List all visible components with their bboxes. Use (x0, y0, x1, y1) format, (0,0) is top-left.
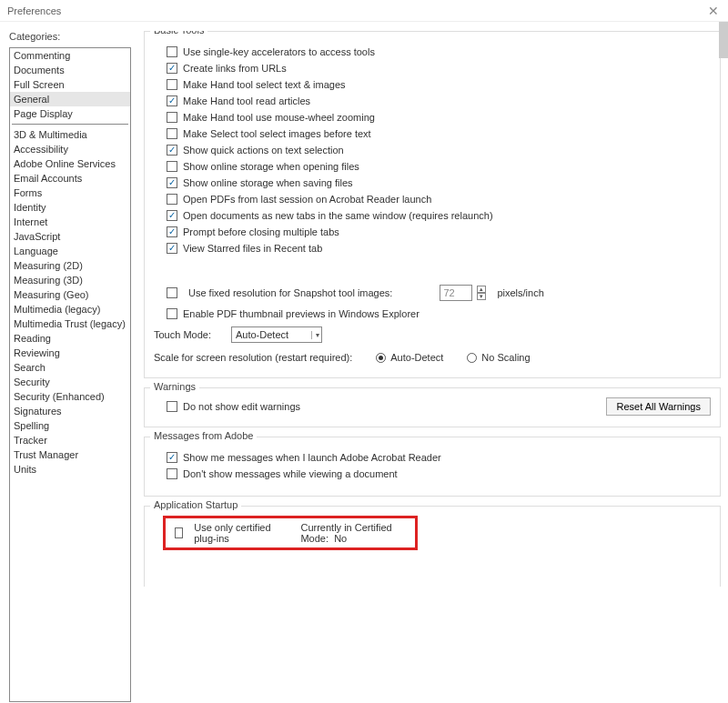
category-item[interactable]: Language (10, 244, 130, 258)
category-item[interactable]: Multimedia (legacy) (10, 302, 130, 316)
category-item[interactable]: Multimedia Trust (legacy) (10, 316, 130, 331)
chevron-down-icon: ▾ (311, 331, 319, 339)
category-item[interactable]: Units (10, 462, 130, 477)
titlebar: Preferences ✕ (0, 0, 728, 22)
category-item[interactable]: General (10, 92, 130, 106)
checkbox[interactable] (167, 128, 177, 139)
category-item[interactable]: Documents (10, 63, 130, 77)
category-item[interactable]: Forms (10, 186, 130, 200)
touch-mode-select[interactable]: Auto-Detect ▾ (231, 326, 322, 343)
category-item[interactable]: Commenting (10, 48, 130, 63)
category-item[interactable]: Full Screen (10, 77, 130, 92)
category-item[interactable]: Tracker (10, 433, 130, 447)
checkbox-label: Use single-key accelerators to access to… (183, 46, 375, 57)
close-icon[interactable]: ✕ (704, 4, 723, 18)
category-item[interactable]: Reviewing (10, 346, 130, 360)
categories-list[interactable]: CommentingDocumentsFull ScreenGeneralPag… (9, 47, 131, 702)
checkbox-row: Open documents as new tabs in the same w… (167, 210, 711, 221)
checkbox-row: View Starred files in Recent tab (167, 243, 711, 254)
checkbox-label: Show me messages when I launch Adobe Acr… (183, 452, 441, 463)
category-item[interactable]: Security (Enhanced) (10, 389, 130, 404)
thumbnail-checkbox[interactable] (167, 308, 177, 319)
checkbox-label: Make Hand tool select text & images (183, 79, 346, 90)
checkbox[interactable] (167, 243, 177, 254)
category-item[interactable]: Security (10, 375, 130, 389)
checkbox-row: Open PDFs from last session on Acrobat R… (167, 194, 711, 205)
category-item[interactable]: Email Accounts (10, 171, 130, 186)
category-item[interactable]: JavaScript (10, 229, 130, 244)
category-item[interactable]: Measuring (3D) (10, 273, 130, 287)
checkbox-row: Make Select tool select images before te… (167, 128, 711, 139)
checkbox[interactable] (167, 194, 177, 205)
scale-radio-auto[interactable]: Auto-Detect (376, 352, 443, 363)
checkbox-row: Show me messages when I launch Adobe Acr… (167, 452, 711, 463)
scale-radio-noscaling[interactable]: No Scaling (467, 352, 530, 363)
checkbox-label: Prompt before closing multiple tabs (183, 226, 339, 237)
snapshot-checkbox[interactable] (167, 287, 177, 298)
checkbox-row: Show online storage when opening files (167, 161, 711, 172)
checkbox-label: Show quick actions on text selection (183, 145, 344, 156)
category-item[interactable]: Signatures (10, 404, 130, 418)
checkbox[interactable] (167, 112, 177, 123)
checkbox[interactable] (167, 46, 177, 57)
checkbox-label: Open documents as new tabs in the same w… (183, 210, 493, 221)
checkbox[interactable] (167, 177, 177, 188)
checkbox-label: Don't show messages while viewing a docu… (183, 468, 398, 479)
scale-opt1-label: Auto-Detect (390, 352, 443, 363)
category-item[interactable]: Measuring (2D) (10, 258, 130, 273)
checkbox[interactable] (167, 79, 177, 90)
category-item[interactable]: Adobe Online Services (10, 156, 130, 171)
scale-opt2-label: No Scaling (481, 352, 530, 363)
touch-mode-row: Touch Mode: Auto-Detect ▾ (154, 326, 711, 343)
checkbox[interactable] (167, 95, 177, 106)
touch-mode-value: Auto-Detect (236, 329, 288, 340)
category-item[interactable]: Measuring (Geo) (10, 287, 130, 302)
category-item[interactable]: Page Display (10, 106, 130, 121)
category-item[interactable]: 3D & Multimedia (10, 127, 130, 142)
snapshot-row: Use fixed resolution for Snapshot tool i… (167, 285, 711, 301)
category-item[interactable]: Spelling (10, 418, 130, 433)
touch-mode-label: Touch Mode: (154, 329, 211, 340)
checkbox[interactable] (167, 210, 177, 221)
scale-row: Scale for screen resolution (restart req… (154, 352, 711, 363)
checkbox-label: View Starred files in Recent tab (183, 243, 322, 254)
checkbox-row: Make Hand tool read articles (167, 95, 711, 106)
checkbox-row: Show online storage when saving files (167, 177, 711, 188)
radio-dot-icon (467, 353, 477, 363)
checkbox[interactable] (167, 452, 177, 463)
checkbox[interactable] (167, 161, 177, 172)
section-basic-tools: Basic Tools Use single-key accelerators … (144, 31, 721, 378)
section-messages: Messages from Adobe Show me messages whe… (144, 437, 721, 497)
thumbnail-row: Enable PDF thumbnail previews in Windows… (167, 308, 711, 319)
section-title: Basic Tools (150, 31, 207, 35)
certified-plugins-checkbox[interactable] (175, 527, 183, 538)
checkbox-row: Show quick actions on text selection (167, 145, 711, 156)
snapshot-resolution-input[interactable] (440, 285, 472, 301)
checkbox-row: Don't show messages while viewing a docu… (167, 468, 711, 479)
checkbox[interactable] (167, 468, 177, 479)
checkbox[interactable] (167, 226, 177, 237)
section-startup: Application Startup Use only certified p… (144, 506, 721, 587)
checkbox[interactable] (167, 145, 177, 156)
checkbox-label: Make Hand tool use mouse-wheel zooming (183, 112, 375, 123)
window-title: Preferences (7, 5, 61, 16)
scrollbar[interactable] (719, 22, 728, 58)
checkbox-row: Use single-key accelerators to access to… (167, 46, 711, 57)
category-item[interactable]: Accessibility (10, 142, 130, 156)
category-item[interactable]: Trust Manager (10, 447, 130, 462)
checkbox[interactable] (167, 63, 177, 74)
categories-label: Categories: (9, 31, 131, 42)
category-item[interactable]: Identity (10, 200, 130, 215)
category-item[interactable]: Search (10, 360, 130, 375)
checkbox-label: Make Hand tool read articles (183, 95, 310, 106)
category-item[interactable]: Reading (10, 331, 130, 346)
startup-highlight-box: Use only certified plug-ins Currently in… (163, 516, 418, 550)
section-title: Warnings (150, 381, 199, 392)
snapshot-unit: pixels/inch (497, 287, 543, 298)
section-warnings: Warnings Do not show edit warnings Reset… (144, 387, 721, 427)
warnings-checkbox[interactable] (167, 401, 177, 412)
reset-warnings-button[interactable]: Reset All Warnings (606, 397, 711, 416)
snapshot-spinner[interactable]: ▴▾ (477, 286, 486, 300)
category-item[interactable]: Internet (10, 215, 130, 229)
checkbox-label: Show online storage when opening files (183, 161, 359, 172)
